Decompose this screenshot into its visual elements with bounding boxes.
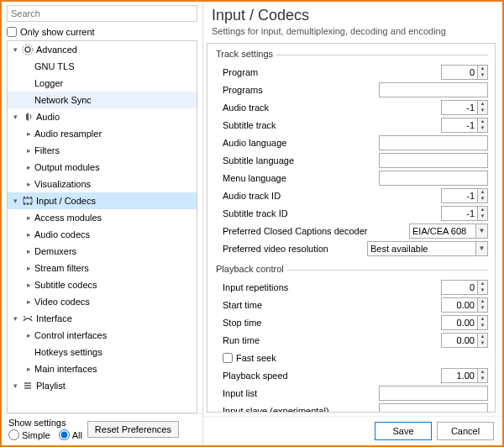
spin-input[interactable]: [441, 297, 478, 313]
tree-item[interactable]: ▸Filters: [8, 142, 197, 159]
show-settings-all[interactable]: All: [59, 429, 82, 440]
tree-item[interactable]: ▸Visualizations: [8, 176, 197, 192]
field-label: Menu language: [223, 173, 374, 183]
tree-item[interactable]: ▸Main interfaces: [8, 360, 197, 377]
spin-input[interactable]: [441, 315, 478, 330]
chevron-down-icon[interactable]: ▾: [9, 113, 21, 121]
chevron-right-icon[interactable]: ▸: [23, 297, 34, 306]
chevron-down-icon[interactable]: ▾: [9, 314, 21, 323]
text-input[interactable]: [379, 153, 488, 168]
only-show-current-row: Only show current: [2, 25, 202, 40]
spin-stepper[interactable]: ▲▼: [478, 206, 488, 221]
chevron-right-icon[interactable]: ▸: [23, 146, 34, 155]
spin-input[interactable]: [441, 65, 478, 80]
tree-item[interactable]: ▸Demuxers: [8, 243, 197, 260]
cancel-button[interactable]: Cancel: [437, 422, 494, 440]
tree-item[interactable]: ▸GNU TLS: [8, 58, 197, 75]
tree-item[interactable]: ▸Hotkeys settings: [8, 344, 197, 360]
text-input[interactable]: [379, 82, 488, 97]
combo-value[interactable]: [409, 224, 476, 239]
spin-input[interactable]: [441, 188, 478, 203]
tree-item[interactable]: ▸Logger: [8, 75, 197, 92]
tree-item-label: Filters: [34, 145, 193, 155]
text-input[interactable]: [379, 171, 488, 186]
tree-item[interactable]: ▾Audio: [8, 108, 197, 125]
tree-item[interactable]: ▾Playlist: [8, 377, 197, 394]
show-settings-footer: Show settings Simple All Reset Preferenc…: [2, 413, 202, 445]
chevron-down-icon[interactable]: ▾: [9, 381, 21, 390]
spin-input[interactable]: [441, 368, 478, 383]
group-title: Playback control: [214, 264, 287, 274]
tree-item[interactable]: ▸Audio resampler: [8, 125, 197, 142]
radio-simple[interactable]: [8, 429, 19, 440]
tree-item[interactable]: ▾Interface: [8, 310, 197, 327]
reset-preferences-button[interactable]: Reset Preferences: [87, 421, 179, 438]
tree-item[interactable]: ▸Access modules: [8, 209, 197, 226]
chevron-right-icon[interactable]: ▸: [23, 247, 34, 255]
chevron-down-icon[interactable]: ▾: [9, 197, 21, 205]
spin-stepper[interactable]: ▲▼: [478, 368, 488, 383]
spin-input[interactable]: [441, 333, 478, 348]
svg-rect-5: [30, 197, 32, 198]
radio-all[interactable]: [59, 429, 70, 440]
spin-input[interactable]: [441, 100, 478, 115]
chevron-right-icon[interactable]: ▸: [23, 129, 34, 138]
field-row: Playback speed▲▼: [223, 367, 488, 384]
chevron-right-icon[interactable]: ▸: [23, 180, 34, 188]
chevron-right-icon[interactable]: ▸: [23, 230, 34, 239]
settings-detail-panel: Input / Codecs Settings for input, demul…: [203, 2, 502, 445]
tree-item[interactable]: ▸Output modules: [8, 159, 197, 176]
text-input[interactable]: [379, 403, 488, 413]
settings-tree[interactable]: ▾Advanced▸GNU TLS▸Logger▸Network Sync▾Au…: [7, 40, 197, 413]
tree-item-label: Playlist: [36, 381, 193, 391]
chevron-down-icon[interactable]: ▼: [476, 241, 488, 256]
field-label: Preferred video resolution: [223, 244, 362, 254]
chevron-down-icon[interactable]: ▼: [476, 224, 488, 239]
field-label: Audio track ID: [223, 191, 436, 201]
chevron-right-icon[interactable]: ▸: [23, 331, 34, 339]
spin-stepper[interactable]: ▲▼: [478, 315, 488, 330]
field-label: Start time: [223, 300, 436, 310]
settings-form[interactable]: Track settingsProgram▲▼ProgramsAudio tra…: [207, 43, 496, 413]
spin-stepper[interactable]: ▲▼: [478, 280, 488, 295]
tree-item-label: Network Sync: [34, 95, 193, 105]
group-title: Track settings: [214, 49, 276, 59]
only-show-current-checkbox[interactable]: [7, 27, 17, 37]
field-row: Subtitle track ID▲▼: [223, 205, 488, 222]
spin-stepper[interactable]: ▲▼: [478, 297, 488, 313]
field-label: Stop time: [223, 318, 436, 328]
spin-stepper[interactable]: ▲▼: [478, 100, 488, 115]
spin-input[interactable]: [441, 280, 478, 295]
spin-stepper[interactable]: ▲▼: [478, 333, 488, 348]
tree-item[interactable]: ▸Stream filters: [8, 260, 197, 276]
field-label: Fast seek: [236, 353, 276, 363]
svg-point-1: [23, 45, 33, 55]
field-row: Program▲▼: [223, 64, 488, 81]
tree-item[interactable]: ▾Advanced: [8, 41, 197, 58]
tree-item[interactable]: ▸Network Sync: [8, 92, 197, 108]
checkbox-fast-seek[interactable]: [223, 353, 233, 363]
text-input[interactable]: [379, 135, 488, 150]
spin-stepper[interactable]: ▲▼: [478, 65, 488, 80]
search-input[interactable]: [7, 5, 197, 22]
chevron-right-icon[interactable]: ▸: [23, 213, 34, 222]
chevron-down-icon[interactable]: ▾: [9, 45, 21, 54]
spin-input[interactable]: [441, 118, 478, 133]
spin-input[interactable]: [441, 206, 478, 221]
tree-item[interactable]: ▸Audio codecs: [8, 226, 197, 243]
tree-item[interactable]: ▾Input / Codecs: [8, 192, 197, 209]
tree-item[interactable]: ▸Video codecs: [8, 293, 197, 310]
tree-item[interactable]: ▸Control interfaces: [8, 327, 197, 344]
show-settings-simple[interactable]: Simple: [8, 429, 50, 440]
combo-value[interactable]: [367, 241, 476, 256]
field-row: Subtitle language: [223, 152, 488, 169]
chevron-right-icon[interactable]: ▸: [23, 264, 34, 272]
chevron-right-icon[interactable]: ▸: [23, 281, 34, 289]
spin-stepper[interactable]: ▲▼: [478, 188, 488, 203]
chevron-right-icon[interactable]: ▸: [23, 365, 34, 373]
save-button[interactable]: Save: [375, 422, 432, 440]
tree-item[interactable]: ▸Subtitle codecs: [8, 276, 197, 293]
text-input[interactable]: [379, 386, 488, 401]
spin-stepper[interactable]: ▲▼: [478, 118, 488, 133]
chevron-right-icon[interactable]: ▸: [23, 163, 34, 171]
